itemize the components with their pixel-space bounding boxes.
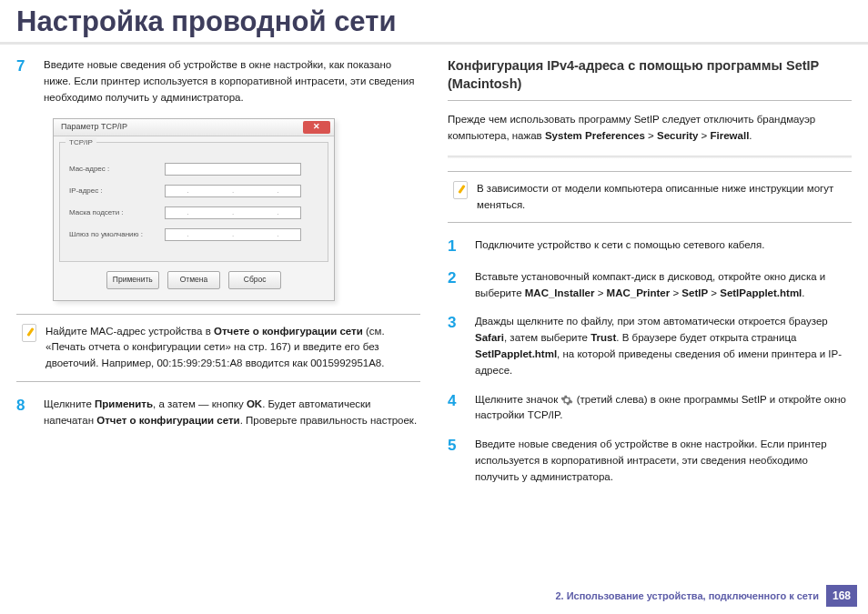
step-7: 7 Введите новые сведения об устройстве в… <box>16 57 420 106</box>
t: Щелкните <box>44 398 95 409</box>
sep: > <box>645 130 657 141</box>
group-label: TCP/IP <box>66 137 96 148</box>
dialog-group: TCP/IP Mac-адрес : IP-адрес : ... Маска … <box>59 142 328 262</box>
ip-input[interactable]: ... <box>165 185 301 197</box>
mac-note-text: Найдите MAC-адрес устройства в Отчете о … <box>45 324 415 372</box>
step-5: 5 Введите новые сведения об устройстве в… <box>448 437 852 485</box>
b: MAC_Printer <box>607 287 671 298</box>
dot: . <box>749 130 752 141</box>
step-number: 3 <box>448 314 464 378</box>
pencil-note-icon <box>22 324 36 342</box>
section-heading: Конфигурация IPv4-адреса с помощью прогр… <box>448 57 852 101</box>
step-number: 4 <box>448 392 464 425</box>
b: Firewall <box>711 130 750 141</box>
mask-input[interactable]: ... <box>165 206 301 219</box>
b: Security <box>657 130 698 141</box>
step-4: 4 Щелкните значок (третий слева) в окне … <box>448 392 852 425</box>
ip-label: IP-адрес : <box>69 186 165 196</box>
page-number: 168 <box>826 585 857 607</box>
mac-label: Mac-адрес : <box>69 164 165 175</box>
gw-label: Шлюз по умолчанию : <box>69 229 165 240</box>
b: Применить <box>95 398 153 409</box>
dialog-titlebar: Параметр TCP/IP ✕ <box>54 119 334 136</box>
t: , затем выберите <box>504 332 590 343</box>
cancel-button[interactable]: Отмена <box>167 271 220 288</box>
right-column: Конфигурация IPv4-адреса с помощью прогр… <box>448 57 852 498</box>
sep: > <box>594 287 606 298</box>
step-number: 5 <box>448 437 464 485</box>
sep: > <box>698 130 710 141</box>
field-ip: IP-адрес : ... <box>69 185 318 197</box>
gw-input[interactable]: ... <box>165 228 301 241</box>
step-number: 7 <box>16 57 33 106</box>
sep: > <box>708 287 720 298</box>
step-text: Щелкните Применить, а затем — кнопку OK.… <box>44 397 420 429</box>
step-1: 1 Подключите устройство к сети с помощью… <box>448 237 852 256</box>
t: Щелкните значок <box>475 394 558 405</box>
apply-button[interactable]: Применить <box>106 271 159 288</box>
step-number: 2 <box>448 269 464 302</box>
b: Trust <box>590 332 616 343</box>
close-icon[interactable]: ✕ <box>303 121 330 134</box>
field-gw: Шлюз по умолчанию : ... <box>69 228 318 241</box>
divider <box>448 156 852 158</box>
b: SetIP <box>681 287 708 298</box>
step-text: Введите новые сведения об устройстве в о… <box>475 437 852 485</box>
dialog-title-text: Параметр TCP/IP <box>61 121 127 134</box>
tcpip-dialog: Параметр TCP/IP ✕ TCP/IP Mac-адрес : IP-… <box>53 118 335 300</box>
page-footer: 2. Использование устройства, подключенно… <box>555 585 857 607</box>
step-text: Вставьте установочный компакт-диск в дис… <box>475 269 852 302</box>
step-text: Щелкните значок (третий слева) в окне пр… <box>475 392 852 425</box>
mask-label: Маска подсети : <box>69 207 165 218</box>
step-text: Введите новые сведения об устройстве в о… <box>44 57 420 106</box>
b: SetIPapplet.html <box>720 287 802 298</box>
t: Дважды щелкните по файлу, при этом автом… <box>475 316 828 327</box>
field-mac: Mac-адрес : <box>69 163 318 176</box>
intro-paragraph: Прежде чем использовать программу SetIP … <box>448 112 852 145</box>
t: . В браузере будет открыта страница <box>616 332 796 343</box>
step-2: 2 Вставьте установочный компакт-диск в д… <box>448 269 852 302</box>
pencil-note-icon <box>453 181 468 199</box>
dialog-buttons: Применить Отмена Сброс <box>59 262 328 294</box>
b: Отчет о конфигурации сети <box>96 415 239 426</box>
sep: > <box>670 287 681 298</box>
mac-note: Найдите MAC-адрес устройства в Отчете о … <box>16 314 420 382</box>
left-column: 7 Введите новые сведения об устройстве в… <box>16 57 420 498</box>
step-number: 1 <box>448 237 464 256</box>
step-3: 3 Дважды щелкните по файлу, при этом авт… <box>448 314 852 378</box>
model-note: В зависимости от модели компьютера описа… <box>448 171 852 224</box>
b: OK <box>247 398 262 409</box>
field-mask: Маска подсети : ... <box>69 206 318 219</box>
note-pre: Найдите MAC-адрес устройства в <box>45 326 214 337</box>
chapter-label: 2. Использование устройства, подключенно… <box>555 590 819 601</box>
step-number: 8 <box>16 397 33 429</box>
b: Safari <box>475 332 504 343</box>
reset-button[interactable]: Сброс <box>228 271 281 288</box>
b: System Preferences <box>545 130 645 141</box>
t: , а затем — кнопку <box>153 398 247 409</box>
content-columns: 7 Введите новые сведения об устройстве в… <box>0 45 868 498</box>
model-note-text: В зависимости от модели компьютера описа… <box>477 181 846 214</box>
dot: . <box>802 287 804 298</box>
b: SetIPapplet.html <box>475 348 557 359</box>
mac-input[interactable] <box>165 163 301 176</box>
page-title: Настройка проводной сети <box>0 0 868 45</box>
b: MAC_Installer <box>525 287 595 298</box>
step-8: 8 Щелкните Применить, а затем — кнопку O… <box>16 397 420 429</box>
note-bold: Отчете о конфигурации сети <box>214 326 363 337</box>
gear-icon <box>560 394 573 407</box>
dialog-body: TCP/IP Mac-адрес : IP-адрес : ... Маска … <box>54 136 334 299</box>
step-text: Подключите устройство к сети с помощью с… <box>475 237 852 256</box>
t: . Проверьте правильность настроек. <box>240 415 417 426</box>
step-text: Дважды щелкните по файлу, при этом автом… <box>475 314 852 378</box>
